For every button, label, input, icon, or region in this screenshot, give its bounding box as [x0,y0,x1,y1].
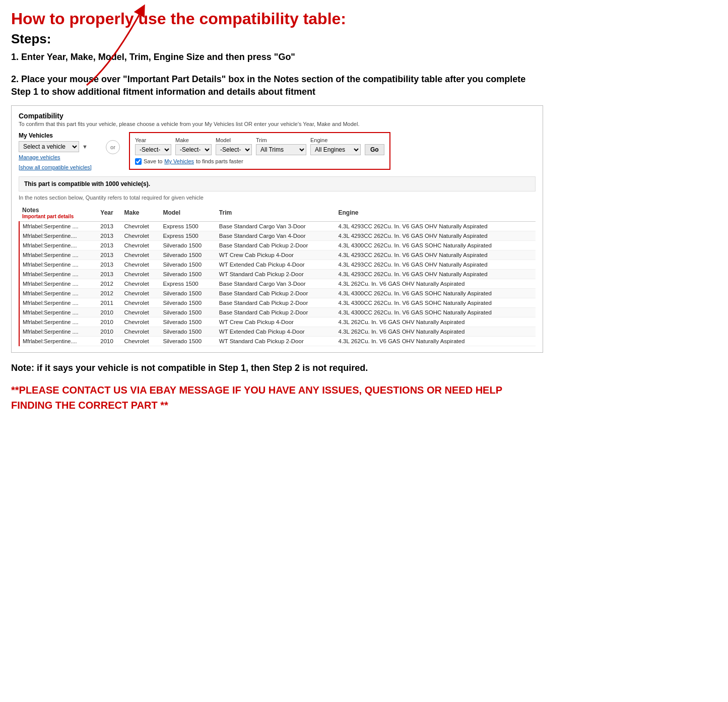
make-cell: Chevrolet [121,317,160,327]
year-cell: 2013 [97,221,121,231]
model-cell: Silverado 1500 [160,298,216,307]
model-cell: Silverado 1500 [160,250,216,260]
notes-cell: Mfrlabel:Serpentine .... [19,317,97,327]
table-row: Mfrlabel:Serpentine.... 2013 Chevrolet E… [19,231,536,240]
ym-highlighted-box: Year -Select- Make -Select- [129,132,390,170]
show-compatible-link[interactable]: [show all compatible vehicles] [19,164,92,170]
make-cell: Chevrolet [121,307,160,317]
model-cell: Silverado 1500 [160,317,216,327]
notes-cell: Mfrlabel:Serpentine .... [19,307,97,317]
save-suffix: to finds parts faster [196,158,243,164]
engine-cell: 4.3L 262Cu. In. V6 GAS OHV Naturally Asp… [335,327,536,336]
dropdown-arrow-icon: ▼ [82,144,88,150]
year-cell: 2013 [97,269,121,279]
table-row: Mfrlabel:Serpentine .... 2013 Chevrolet … [19,221,536,231]
year-cell: 2013 [97,260,121,269]
table-row: Mfrlabel:Serpentine .... 2013 Chevrolet … [19,260,536,269]
notes-cell: Mfrlabel:Serpentine .... [19,288,97,298]
table-row: Mfrlabel:Serpentine .... 2010 Chevrolet … [19,317,536,327]
year-cell: 2010 [97,317,121,327]
make-cell: Chevrolet [121,250,160,260]
trim-cell: Base Standard Cab Pickup 2-Door [216,240,336,250]
main-title: How to properly use the compatibility ta… [11,9,543,28]
table-row: Mfrlabel:Serpentine .... 2012 Chevrolet … [19,288,536,298]
make-cell: Chevrolet [121,336,160,346]
year-cell: 2013 [97,240,121,250]
contact-text: **PLEASE CONTACT US VIA EBAY MESSAGE IF … [11,382,543,413]
notes-cell: Mfrlabel:Serpentine .... [19,269,97,279]
make-cell: Chevrolet [121,221,160,231]
save-checkbox-row: Save to My Vehicles to finds parts faste… [135,158,384,165]
notes-cell: Mfrlabel:Serpentine .... [19,260,97,269]
save-label: Save to [144,158,162,164]
model-label: Model [216,137,252,143]
year-cell: 2012 [97,288,121,298]
year-cell: 2010 [97,307,121,317]
engine-cell: 4.3L 4300CC 262Cu. In. V6 GAS SOHC Natur… [335,298,536,307]
trim-select[interactable]: All Trims [256,144,306,155]
trim-cell: Base Standard Cargo Van 4-Door [216,231,336,240]
col-notes: Notes Important part details [19,205,97,222]
trim-cell: Base Standard Cab Pickup 2-Door [216,307,336,317]
make-cell: Chevrolet [121,260,160,269]
my-vehicles-link[interactable]: My Vehicles [164,158,194,164]
make-select[interactable]: -Select- [175,144,212,155]
make-label: Make [175,137,212,143]
make-cell: Chevrolet [121,240,160,250]
notes-cell: Mfrlabel:Serpentine .... [19,298,97,307]
model-field: Model -Select- [216,137,252,155]
engine-label: Engine [310,137,361,143]
col-make: Make [121,205,160,222]
make-cell: Chevrolet [121,288,160,298]
steps-label: Steps: [11,31,543,47]
model-cell: Silverado 1500 [160,260,216,269]
year-label: Year [135,137,171,143]
year-cell: 2010 [97,327,121,336]
vehicle-select[interactable]: Select a vehicle [19,141,79,152]
save-checkbox[interactable] [135,158,142,165]
year-select[interactable]: -Select- [135,144,171,155]
table-row: Mfrlabel:Serpentine .... 2013 Chevrolet … [19,269,536,279]
trim-cell: WT Extended Cab Pickup 4-Door [216,260,336,269]
table-row: Mfrlabel:Serpentine .... 2012 Chevrolet … [19,279,536,288]
engine-select[interactable]: All Engines [310,144,361,155]
model-cell: Silverado 1500 [160,240,216,250]
manage-vehicles-link[interactable]: Manage vehicles [19,154,97,160]
make-cell: Chevrolet [121,231,160,240]
table-row: Mfrlabel:Serpentine .... 2010 Chevrolet … [19,307,536,317]
trim-label: Trim [256,137,306,143]
year-cell: 2010 [97,336,121,346]
engine-cell: 4.3L 4293CC 262Cu. In. V6 GAS OHV Natura… [335,260,536,269]
trim-cell: WT Standard Cab Pickup 2-Door [216,269,336,279]
notes-cell: Mfrlabel:Serpentine.... [19,336,97,346]
model-cell: Silverado 1500 [160,336,216,346]
year-make-section: Year -Select- Make -Select- [129,132,536,170]
compatibility-box: Compatibility To confirm that this part … [11,105,543,353]
year-cell: 2011 [97,298,121,307]
year-cell: 2012 [97,279,121,288]
table-row: Mfrlabel:Serpentine .... 2013 Chevrolet … [19,250,536,260]
notes-cell: Mfrlabel:Serpentine.... [19,240,97,250]
or-circle: or [106,140,120,154]
table-row: Mfrlabel:Serpentine.... 2013 Chevrolet S… [19,240,536,250]
go-button[interactable]: Go [365,144,384,155]
compat-title: Compatibility [19,112,536,120]
table-row: Mfrlabel:Serpentine .... 2010 Chevrolet … [19,327,536,336]
engine-cell: 4.3L 4293CC 262Cu. In. V6 GAS OHV Natura… [335,231,536,240]
make-cell: Chevrolet [121,269,160,279]
trim-cell: Base Standard Cab Pickup 2-Door [216,288,336,298]
model-cell: Express 1500 [160,231,216,240]
col-engine: Engine [335,205,536,222]
trim-cell: WT Standard Cab Pickup 2-Door [216,336,336,346]
model-select[interactable]: -Select- [216,144,252,155]
trim-cell: Base Standard Cab Pickup 2-Door [216,298,336,307]
table-header-row: Notes Important part details Year Make M… [19,205,536,222]
step1-text: 1. Enter Year, Make, Model, Trim, Engine… [11,51,543,63]
make-cell: Chevrolet [121,327,160,336]
year-field: Year -Select- [135,137,171,155]
trim-cell: Base Standard Cargo Van 3-Door [216,279,336,288]
ym-row: Year -Select- Make -Select- [135,137,384,155]
trim-cell: WT Crew Cab Pickup 4-Door [216,250,336,260]
engine-cell: 4.3L 262Cu. In. V6 GAS OHV Naturally Asp… [335,317,536,327]
engine-cell: 4.3L 4293CC 262Cu. In. V6 GAS OHV Natura… [335,221,536,231]
